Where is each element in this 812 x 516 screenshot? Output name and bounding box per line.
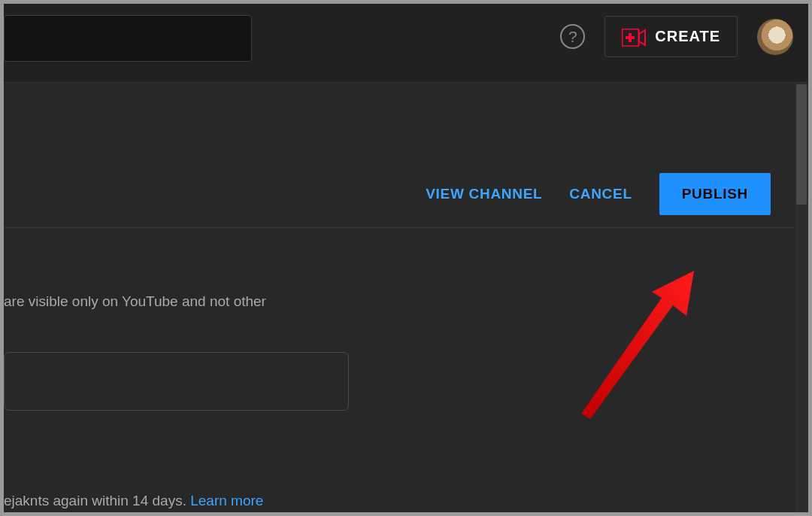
handle-note-text: ejaknts again within 14 days. — [4, 493, 190, 508]
svg-rect-2 — [626, 36, 635, 39]
visibility-note: are visible only on YouTube and not othe… — [4, 293, 266, 310]
action-button-row: VIEW CHANNEL CANCEL PUBLISH — [426, 173, 771, 215]
scrollbar-thumb[interactable] — [796, 84, 807, 205]
create-label: CREATE — [655, 28, 720, 45]
view-channel-link[interactable]: VIEW CHANNEL — [426, 186, 542, 202]
annotation-arrow-icon — [568, 271, 733, 421]
create-video-icon — [622, 29, 644, 45]
search-input[interactable] — [4, 15, 252, 62]
section-divider — [4, 227, 793, 228]
avatar[interactable] — [757, 19, 793, 55]
publish-button[interactable]: PUBLISH — [659, 173, 771, 215]
cancel-button[interactable]: CANCEL — [569, 186, 632, 202]
app-frame: ? CREATE VIEW CHANNEL CAN — [4, 4, 808, 512]
help-glyph: ? — [568, 28, 577, 46]
help-icon[interactable]: ? — [560, 24, 585, 49]
learn-more-link[interactable]: Learn more — [190, 493, 263, 508]
create-button[interactable]: CREATE — [604, 16, 738, 57]
content-area: VIEW CHANNEL CANCEL PUBLISH are visible … — [4, 83, 808, 512]
handle-note: ejaknts again within 14 days. Learn more — [4, 493, 263, 509]
scrollbar-track[interactable] — [795, 83, 808, 512]
handle-input[interactable] — [4, 352, 349, 411]
header-bar: ? CREATE — [4, 4, 808, 83]
header-actions: ? CREATE — [560, 16, 793, 57]
